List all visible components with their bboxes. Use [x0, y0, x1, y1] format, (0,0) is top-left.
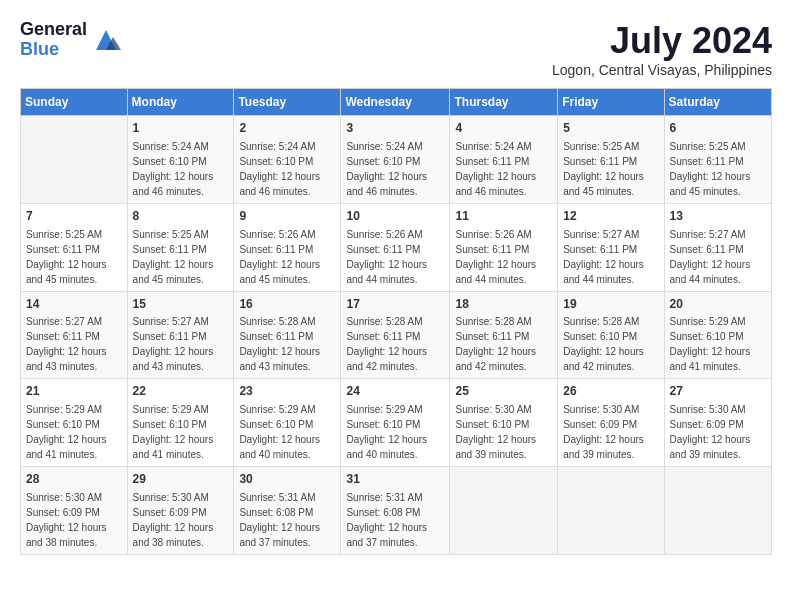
day-number: 1 [133, 120, 229, 137]
day-info: Sunrise: 5:27 AM Sunset: 6:11 PM Dayligh… [563, 227, 658, 287]
day-number: 6 [670, 120, 766, 137]
month-title: July 2024 [552, 20, 772, 62]
calendar-cell: 27Sunrise: 5:30 AM Sunset: 6:09 PM Dayli… [664, 379, 771, 467]
calendar-cell: 16Sunrise: 5:28 AM Sunset: 6:11 PM Dayli… [234, 291, 341, 379]
day-number: 16 [239, 296, 335, 313]
calendar-cell: 24Sunrise: 5:29 AM Sunset: 6:10 PM Dayli… [341, 379, 450, 467]
day-number: 15 [133, 296, 229, 313]
calendar-cell: 23Sunrise: 5:29 AM Sunset: 6:10 PM Dayli… [234, 379, 341, 467]
calendar-cell: 9Sunrise: 5:26 AM Sunset: 6:11 PM Daylig… [234, 203, 341, 291]
header-cell-saturday: Saturday [664, 89, 771, 116]
day-info: Sunrise: 5:27 AM Sunset: 6:11 PM Dayligh… [26, 314, 122, 374]
day-info: Sunrise: 5:26 AM Sunset: 6:11 PM Dayligh… [346, 227, 444, 287]
day-info: Sunrise: 5:31 AM Sunset: 6:08 PM Dayligh… [346, 490, 444, 550]
day-info: Sunrise: 5:27 AM Sunset: 6:11 PM Dayligh… [133, 314, 229, 374]
header-cell-sunday: Sunday [21, 89, 128, 116]
calendar-cell: 5Sunrise: 5:25 AM Sunset: 6:11 PM Daylig… [558, 116, 664, 204]
day-info: Sunrise: 5:28 AM Sunset: 6:10 PM Dayligh… [563, 314, 658, 374]
day-info: Sunrise: 5:31 AM Sunset: 6:08 PM Dayligh… [239, 490, 335, 550]
day-number: 29 [133, 471, 229, 488]
location-title: Logon, Central Visayas, Philippines [552, 62, 772, 78]
calendar-week-row: 28Sunrise: 5:30 AM Sunset: 6:09 PM Dayli… [21, 467, 772, 555]
day-number: 30 [239, 471, 335, 488]
day-number: 4 [455, 120, 552, 137]
calendar-week-row: 7Sunrise: 5:25 AM Sunset: 6:11 PM Daylig… [21, 203, 772, 291]
header-row: SundayMondayTuesdayWednesdayThursdayFrid… [21, 89, 772, 116]
day-number: 12 [563, 208, 658, 225]
day-info: Sunrise: 5:26 AM Sunset: 6:11 PM Dayligh… [455, 227, 552, 287]
calendar-cell [664, 467, 771, 555]
header-cell-wednesday: Wednesday [341, 89, 450, 116]
calendar-header: SundayMondayTuesdayWednesdayThursdayFrid… [21, 89, 772, 116]
header-cell-monday: Monday [127, 89, 234, 116]
day-info: Sunrise: 5:24 AM Sunset: 6:10 PM Dayligh… [133, 139, 229, 199]
calendar-cell: 26Sunrise: 5:30 AM Sunset: 6:09 PM Dayli… [558, 379, 664, 467]
day-number: 14 [26, 296, 122, 313]
day-number: 26 [563, 383, 658, 400]
calendar-cell: 18Sunrise: 5:28 AM Sunset: 6:11 PM Dayli… [450, 291, 558, 379]
calendar-week-row: 21Sunrise: 5:29 AM Sunset: 6:10 PM Dayli… [21, 379, 772, 467]
calendar-week-row: 1Sunrise: 5:24 AM Sunset: 6:10 PM Daylig… [21, 116, 772, 204]
day-info: Sunrise: 5:28 AM Sunset: 6:11 PM Dayligh… [455, 314, 552, 374]
day-info: Sunrise: 5:25 AM Sunset: 6:11 PM Dayligh… [670, 139, 766, 199]
day-number: 3 [346, 120, 444, 137]
day-info: Sunrise: 5:24 AM Sunset: 6:11 PM Dayligh… [455, 139, 552, 199]
day-info: Sunrise: 5:30 AM Sunset: 6:09 PM Dayligh… [26, 490, 122, 550]
day-info: Sunrise: 5:30 AM Sunset: 6:09 PM Dayligh… [670, 402, 766, 462]
day-info: Sunrise: 5:30 AM Sunset: 6:09 PM Dayligh… [133, 490, 229, 550]
calendar-cell: 15Sunrise: 5:27 AM Sunset: 6:11 PM Dayli… [127, 291, 234, 379]
calendar-cell: 14Sunrise: 5:27 AM Sunset: 6:11 PM Dayli… [21, 291, 128, 379]
day-number: 28 [26, 471, 122, 488]
calendar-cell: 12Sunrise: 5:27 AM Sunset: 6:11 PM Dayli… [558, 203, 664, 291]
day-info: Sunrise: 5:28 AM Sunset: 6:11 PM Dayligh… [346, 314, 444, 374]
calendar-cell: 30Sunrise: 5:31 AM Sunset: 6:08 PM Dayli… [234, 467, 341, 555]
calendar-cell: 6Sunrise: 5:25 AM Sunset: 6:11 PM Daylig… [664, 116, 771, 204]
calendar-cell: 8Sunrise: 5:25 AM Sunset: 6:11 PM Daylig… [127, 203, 234, 291]
calendar-cell: 7Sunrise: 5:25 AM Sunset: 6:11 PM Daylig… [21, 203, 128, 291]
header-cell-thursday: Thursday [450, 89, 558, 116]
calendar-cell: 4Sunrise: 5:24 AM Sunset: 6:11 PM Daylig… [450, 116, 558, 204]
day-info: Sunrise: 5:29 AM Sunset: 6:10 PM Dayligh… [346, 402, 444, 462]
day-number: 27 [670, 383, 766, 400]
day-number: 17 [346, 296, 444, 313]
calendar-cell [558, 467, 664, 555]
day-info: Sunrise: 5:25 AM Sunset: 6:11 PM Dayligh… [563, 139, 658, 199]
day-number: 25 [455, 383, 552, 400]
day-info: Sunrise: 5:29 AM Sunset: 6:10 PM Dayligh… [670, 314, 766, 374]
day-info: Sunrise: 5:29 AM Sunset: 6:10 PM Dayligh… [26, 402, 122, 462]
calendar-week-row: 14Sunrise: 5:27 AM Sunset: 6:11 PM Dayli… [21, 291, 772, 379]
calendar-cell: 11Sunrise: 5:26 AM Sunset: 6:11 PM Dayli… [450, 203, 558, 291]
day-number: 22 [133, 383, 229, 400]
calendar-cell [21, 116, 128, 204]
calendar-cell: 21Sunrise: 5:29 AM Sunset: 6:10 PM Dayli… [21, 379, 128, 467]
calendar-cell: 1Sunrise: 5:24 AM Sunset: 6:10 PM Daylig… [127, 116, 234, 204]
day-number: 24 [346, 383, 444, 400]
calendar-cell: 20Sunrise: 5:29 AM Sunset: 6:10 PM Dayli… [664, 291, 771, 379]
calendar-cell: 3Sunrise: 5:24 AM Sunset: 6:10 PM Daylig… [341, 116, 450, 204]
day-info: Sunrise: 5:28 AM Sunset: 6:11 PM Dayligh… [239, 314, 335, 374]
calendar-cell: 2Sunrise: 5:24 AM Sunset: 6:10 PM Daylig… [234, 116, 341, 204]
header-cell-friday: Friday [558, 89, 664, 116]
calendar-cell: 19Sunrise: 5:28 AM Sunset: 6:10 PM Dayli… [558, 291, 664, 379]
day-info: Sunrise: 5:30 AM Sunset: 6:10 PM Dayligh… [455, 402, 552, 462]
day-number: 7 [26, 208, 122, 225]
day-number: 10 [346, 208, 444, 225]
logo: General Blue [20, 20, 121, 60]
day-info: Sunrise: 5:24 AM Sunset: 6:10 PM Dayligh… [346, 139, 444, 199]
day-info: Sunrise: 5:25 AM Sunset: 6:11 PM Dayligh… [133, 227, 229, 287]
day-info: Sunrise: 5:29 AM Sunset: 6:10 PM Dayligh… [133, 402, 229, 462]
day-number: 9 [239, 208, 335, 225]
calendar-cell: 29Sunrise: 5:30 AM Sunset: 6:09 PM Dayli… [127, 467, 234, 555]
header-cell-tuesday: Tuesday [234, 89, 341, 116]
calendar-table: SundayMondayTuesdayWednesdayThursdayFrid… [20, 88, 772, 555]
day-info: Sunrise: 5:25 AM Sunset: 6:11 PM Dayligh… [26, 227, 122, 287]
day-info: Sunrise: 5:29 AM Sunset: 6:10 PM Dayligh… [239, 402, 335, 462]
day-number: 8 [133, 208, 229, 225]
day-number: 31 [346, 471, 444, 488]
calendar-body: 1Sunrise: 5:24 AM Sunset: 6:10 PM Daylig… [21, 116, 772, 555]
day-info: Sunrise: 5:26 AM Sunset: 6:11 PM Dayligh… [239, 227, 335, 287]
logo-icon [91, 25, 121, 55]
logo-general-text: General [20, 20, 87, 40]
calendar-cell [450, 467, 558, 555]
calendar-cell: 10Sunrise: 5:26 AM Sunset: 6:11 PM Dayli… [341, 203, 450, 291]
